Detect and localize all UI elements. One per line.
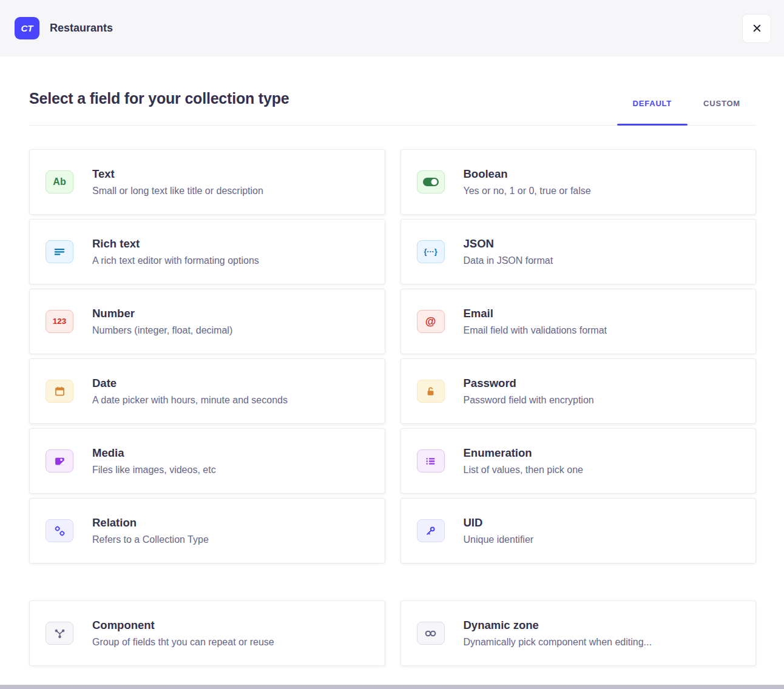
field-card-title: Component bbox=[92, 618, 274, 632]
field-card-description: Yes or no, 1 or 0, true or false bbox=[464, 184, 591, 197]
field-card-number[interactable]: 123 Number Numbers (integer, float, deci… bbox=[29, 289, 385, 354]
field-card-title: Password bbox=[464, 376, 594, 390]
padlock-icon bbox=[417, 380, 445, 403]
field-card-description: Small or long text like title or descrip… bbox=[92, 184, 263, 197]
field-card-description: Group of fields tht you can repeat or re… bbox=[92, 636, 274, 648]
field-card-email[interactable]: @ Email Email field with validations for… bbox=[400, 289, 757, 354]
field-card-component[interactable]: Component Group of fields tht you can re… bbox=[29, 600, 385, 666]
field-card-description: Email field with validations format bbox=[464, 324, 607, 337]
content-type-badge: CT bbox=[15, 17, 39, 39]
chain-link-icon bbox=[46, 519, 73, 542]
modal-header: CT Restaurants bbox=[0, 0, 784, 56]
rich-text-lines-icon bbox=[46, 240, 73, 263]
field-card-title: JSON bbox=[464, 237, 553, 250]
field-card-description: Files like images, videos, etc bbox=[92, 463, 216, 476]
field-card-title: Number bbox=[92, 306, 232, 320]
field-card-enumeration[interactable]: Enumeration List of values, then pick on… bbox=[400, 428, 757, 494]
field-card-title: Email bbox=[464, 306, 607, 320]
boolean-toggle-icon bbox=[417, 170, 445, 193]
field-card-uid[interactable]: UID Unique identifier bbox=[400, 498, 757, 563]
field-card-description: A date picker with hours, minute and sec… bbox=[92, 394, 288, 406]
branch-nodes-icon bbox=[46, 622, 73, 645]
advanced-field-grid: Component Group of fields tht you can re… bbox=[29, 600, 756, 666]
tab-default[interactable]: DEFAULT bbox=[617, 99, 688, 125]
field-card-media[interactable]: Media Files like images, videos, etc bbox=[29, 428, 385, 494]
footer-edge bbox=[0, 685, 784, 689]
field-card-relation[interactable]: Relation Refers to a Collection Type bbox=[29, 498, 385, 563]
modal-body: Select a field for your collection type … bbox=[0, 89, 784, 666]
json-braces-icon: {···} bbox=[417, 240, 445, 263]
field-card-boolean[interactable]: Boolean Yes or no, 1 or 0, true or false bbox=[400, 149, 757, 215]
picture-icon bbox=[46, 449, 73, 472]
field-card-title: Dynamic zone bbox=[464, 618, 652, 632]
key-icon bbox=[417, 519, 445, 542]
field-card-password[interactable]: Password Password field with encryption bbox=[400, 358, 757, 424]
modal-title: Select a field for your collection type bbox=[29, 89, 289, 107]
field-card-description: List of values, then pick one bbox=[464, 463, 583, 476]
field-card-title: Text bbox=[92, 167, 263, 181]
field-card-title: Rich text bbox=[92, 237, 259, 250]
field-card-description: Refers to a Collection Type bbox=[92, 533, 209, 546]
field-card-title: Date bbox=[92, 376, 288, 390]
add-field-modal: CT Restaurants Select a field for your c… bbox=[0, 0, 784, 689]
field-card-title: UID bbox=[464, 516, 534, 529]
content-type-title: Restaurants bbox=[50, 22, 113, 35]
field-card-richtext[interactable]: Rich text A rich text editor with format… bbox=[29, 219, 385, 284]
field-card-date[interactable]: Date A date picker with hours, minute an… bbox=[29, 358, 385, 424]
calendar-icon bbox=[46, 380, 73, 403]
text-field-icon: Ab bbox=[46, 170, 73, 193]
field-card-text[interactable]: Ab Text Small or long text like title or… bbox=[29, 149, 385, 215]
field-card-description: Password field with encryption bbox=[464, 394, 594, 406]
field-card-dynamiczone[interactable]: Dynamic zone Dynamically pick component … bbox=[400, 600, 757, 666]
email-at-icon: @ bbox=[417, 310, 445, 333]
field-card-title: Relation bbox=[92, 516, 209, 529]
field-card-description: Data in JSON format bbox=[464, 254, 553, 267]
field-card-json[interactable]: {···} JSON Data in JSON format bbox=[400, 219, 757, 284]
field-card-title: Boolean bbox=[464, 167, 591, 181]
field-card-description: A rich text editor with formating option… bbox=[92, 254, 259, 267]
field-card-description: Numbers (integer, float, decimal) bbox=[92, 324, 232, 337]
field-grid: Ab Text Small or long text like title or… bbox=[29, 149, 756, 563]
tab-bar: DEFAULT CUSTOM bbox=[617, 99, 756, 125]
field-card-title: Media bbox=[92, 446, 216, 460]
number-123-icon: 123 bbox=[46, 310, 73, 333]
field-card-description: Unique identifier bbox=[464, 533, 534, 546]
close-button[interactable] bbox=[742, 14, 771, 43]
close-icon bbox=[751, 22, 763, 34]
title-row: Select a field for your collection type … bbox=[29, 89, 756, 126]
bullet-list-icon bbox=[417, 449, 445, 472]
header-left: CT Restaurants bbox=[15, 17, 113, 39]
infinity-icon bbox=[417, 622, 445, 645]
field-card-title: Enumeration bbox=[464, 446, 583, 460]
tab-custom[interactable]: CUSTOM bbox=[688, 99, 756, 125]
field-card-description: Dynamically pick component when editing.… bbox=[464, 636, 652, 648]
